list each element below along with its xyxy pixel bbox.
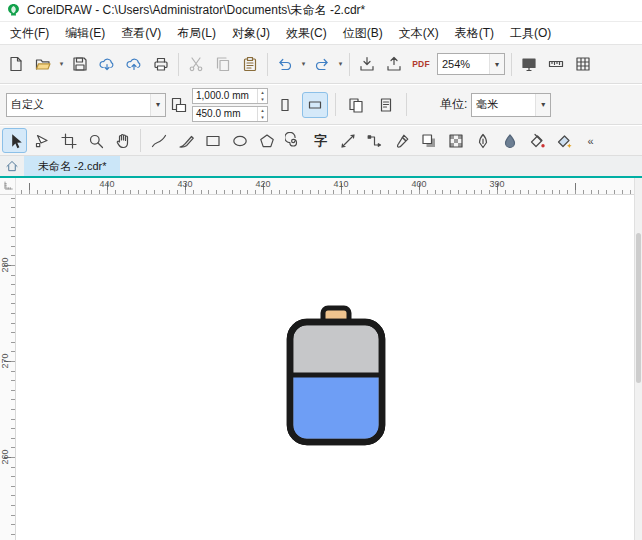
page-dimensions-icon [170,96,188,114]
dropdown-caret-icon[interactable] [336,51,345,77]
ruler-origin-button[interactable] [0,178,16,194]
menu-view[interactable]: 查看(V) [113,22,169,45]
menu-bitmaps[interactable]: 位图(B) [335,22,391,45]
crop-tool[interactable] [56,128,81,153]
spiral-icon [285,132,303,150]
vertical-ruler[interactable]: 280270260 [0,195,16,540]
open-button[interactable] [30,51,56,77]
landscape-button[interactable] [302,92,328,118]
drop-shadow-tool[interactable] [416,128,441,153]
freehand-tool[interactable] [146,128,171,153]
menu-object[interactable]: 对象(J) [224,22,278,45]
menu-tools[interactable]: 工具(O) [502,22,559,45]
dimension-tool[interactable] [335,128,360,153]
new-document-button[interactable] [3,51,29,77]
ruler-origin-icon [2,180,14,192]
menu-layout[interactable]: 布局(L) [169,22,224,45]
import-button[interactable] [354,51,380,77]
page-height-stepper[interactable] [257,107,267,121]
artistic-media-icon [177,132,195,150]
connector-tool[interactable] [362,128,387,153]
battery-body-bottom[interactable] [293,375,378,439]
ellipse-tool[interactable] [227,128,252,153]
artistic-media-tool[interactable] [173,128,198,153]
save-to-cloud-button[interactable] [121,51,147,77]
home-icon [5,159,19,173]
home-button[interactable] [0,156,24,176]
chevron-down-icon[interactable] [535,94,550,116]
menu-file[interactable]: 文件(F) [2,22,57,45]
drawing-canvas[interactable] [16,195,634,540]
print-button[interactable] [148,51,174,77]
pan-tool[interactable] [110,128,135,153]
page-width-value: 1,000.0 mm [193,90,257,101]
show-rulers-button[interactable] [543,51,569,77]
fullscreen-preview-button[interactable] [516,51,542,77]
show-grid-button[interactable] [570,51,596,77]
page-size-preset-value: 自定义 [7,97,150,112]
zoom-tool[interactable] [83,128,108,153]
menu-edit[interactable]: 编辑(E) [57,22,113,45]
dropdown-caret-icon[interactable] [299,51,308,77]
horizontal-ruler-label: 400 [411,179,426,189]
horizontal-ruler-label: 430 [177,179,192,189]
scrollbar-thumb[interactable] [636,233,641,383]
portrait-icon [276,96,294,114]
all-pages-icon [347,96,365,114]
page-width-stepper[interactable] [257,89,267,103]
page-size-preset-combobox[interactable]: 自定义 [6,93,166,117]
pan-icon [114,132,132,150]
apply-to-current-page-button[interactable] [373,92,399,118]
open-from-cloud-button[interactable] [94,51,120,77]
pick-tool[interactable] [2,128,27,153]
pick-icon [6,132,24,150]
zoom-level-combobox[interactable]: 254% [437,53,505,75]
menu-table[interactable]: 表格(T) [447,22,502,45]
save-button[interactable] [67,51,93,77]
portrait-button[interactable] [272,92,298,118]
toolbox-overflow-button[interactable]: « [578,128,603,153]
chevron-down-icon[interactable] [489,54,504,74]
paste-button[interactable] [237,51,263,77]
publish-pdf-button-label: PDF [412,59,430,69]
toolbox-overflow-button-label: « [587,135,593,147]
page-height-input[interactable]: 450.0 mm [192,106,268,122]
landscape-icon [306,96,324,114]
outline-pen-tool[interactable] [470,128,495,153]
smart-fill-icon [555,132,573,150]
export-button[interactable] [381,51,407,77]
menu-effects[interactable]: 效果(C) [278,22,335,45]
page-width-input[interactable]: 1,000.0 mm [192,88,268,104]
interactive-fill-tool[interactable] [524,128,549,153]
outline-pen-icon [474,132,492,150]
smart-fill-tool[interactable] [551,128,576,153]
eyedropper-tool[interactable] [389,128,414,153]
show-rulers-icon [547,55,565,73]
vertical-scrollbar[interactable] [634,178,642,540]
battery-drawing [16,195,634,540]
polygon-tool[interactable] [254,128,279,153]
apply-to-all-pages-button[interactable] [343,92,369,118]
units-combobox[interactable]: 毫米 [471,93,551,117]
redo-button[interactable] [309,51,335,77]
toolbar-separator [140,129,141,152]
undo-icon [276,55,294,73]
interactive-fill-icon [528,132,546,150]
spiral-tool[interactable] [281,128,306,153]
horizontal-ruler[interactable]: 440430420410400390 [0,178,642,195]
chevron-down-icon[interactable] [150,94,165,116]
horizontal-ruler-track: 440430420410400390 [16,178,634,194]
publish-pdf-button[interactable]: PDF [408,51,434,77]
current-page-icon [377,96,395,114]
text-tool[interactable]: 字 [308,128,333,153]
transparency-tool[interactable] [443,128,468,153]
edit-fill-tool[interactable] [497,128,522,153]
rectangle-icon [204,132,222,150]
undo-button[interactable] [272,51,298,77]
dropdown-caret-icon[interactable] [57,51,66,77]
shape-tool[interactable] [29,128,54,153]
document-tab[interactable]: 未命名 -2.cdr* [24,156,120,176]
crop-icon [60,132,78,150]
menu-text[interactable]: 文本(X) [391,22,447,45]
rectangle-tool[interactable] [200,128,225,153]
